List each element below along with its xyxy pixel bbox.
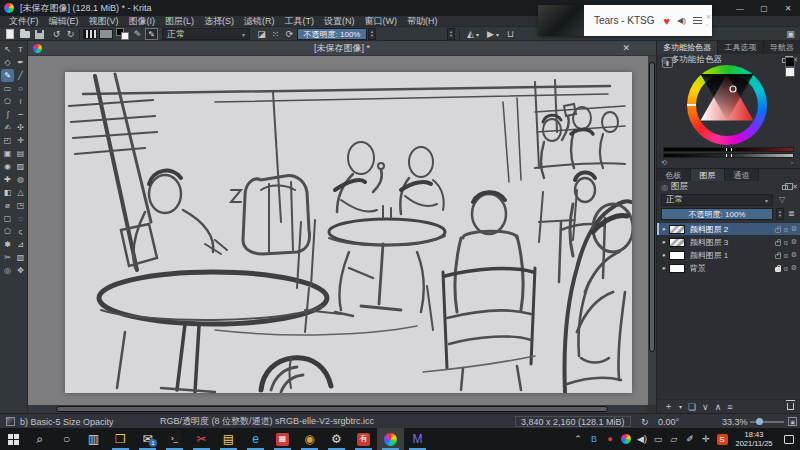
canvas-paper[interactable] <box>65 72 632 393</box>
tool-enclose-fill[interactable]: ◧ <box>1 186 14 199</box>
alpha-lock-icon[interactable]: α <box>784 239 788 246</box>
zoom-slider[interactable] <box>750 421 784 423</box>
layer-row-paint-2[interactable]: ● 颜料图层 2 α ⚙ <box>657 223 800 235</box>
menu-edit[interactable]: 编辑(E) <box>44 16 84 27</box>
brush-preset-status-icon[interactable] <box>6 417 15 426</box>
tool-text[interactable]: T <box>14 43 27 56</box>
tool-freehand-select[interactable]: ς <box>14 225 27 238</box>
workspace-chooser-button[interactable]: ▣ <box>784 28 797 40</box>
layer-row-paint-3[interactable]: ● 颜料图层 3 α ⚙ <box>657 236 800 248</box>
tool-move[interactable]: ✛ <box>14 134 27 147</box>
opacity-slider[interactable]: 不透明度: 100% <box>297 28 367 40</box>
tool-freehand-path[interactable]: ∼ <box>14 108 27 121</box>
tray-pen-icon[interactable]: ✐ <box>682 434 698 444</box>
zoom-value[interactable]: 33.3% <box>722 414 748 429</box>
rotation-value[interactable]: 0.00° <box>658 414 679 429</box>
canvas-hscrollbar[interactable] <box>28 405 646 413</box>
tool-color-picker[interactable]: ◉ <box>1 160 14 173</box>
value-gradient-bar[interactable] <box>663 147 794 152</box>
redo-button[interactable]: ↻ <box>64 28 77 40</box>
alpha-lock-icon[interactable]: α <box>784 265 788 272</box>
taskbar-clock[interactable]: 18:43 2021/11/25 <box>730 430 778 448</box>
tool-edit-shapes[interactable]: ◇ <box>1 56 14 69</box>
gradient-chooser[interactable] <box>83 28 97 40</box>
tray-expand-icon[interactable]: ⌃ <box>570 434 586 444</box>
fit-page-button[interactable]: ▣ <box>788 417 797 426</box>
undo-button[interactable]: ↺ <box>50 28 63 40</box>
layer-row-paint-1[interactable]: ● 颜料图层 1 α ⚙ <box>657 249 800 261</box>
lock-icon[interactable] <box>775 254 781 259</box>
docker-tab-tool-options[interactable]: 工具选项 <box>718 41 763 54</box>
taskbar-file-explorer[interactable]: ❒ <box>107 428 134 450</box>
tool-polygon[interactable]: ⬠ <box>1 95 14 108</box>
taskbar-red-app[interactable]: ▦ <box>269 428 296 450</box>
float-docker-icon[interactable] <box>782 185 788 190</box>
taskbar-coin-app[interactable]: ◉ <box>296 428 323 450</box>
tool-rect-select[interactable]: ▢ <box>1 212 14 225</box>
move-layer-down-button[interactable]: ∨ <box>702 402 709 412</box>
layer-filter-icon[interactable]: ▽ <box>779 195 785 204</box>
overlay-close-icon[interactable]: ✕ <box>706 14 711 20</box>
previous-color-swatch[interactable] <box>785 67 795 77</box>
tool-reference-images[interactable]: ◳ <box>14 199 27 212</box>
menu-file[interactable]: 文件(F) <box>4 16 44 27</box>
save-button[interactable] <box>33 28 46 40</box>
pattern-chooser[interactable] <box>99 28 113 40</box>
tool-fill-select[interactable]: ▧ <box>14 251 27 264</box>
selector-settings-icon[interactable]: ▫ <box>791 159 793 166</box>
overlay-expand-icon[interactable]: ▫ <box>706 22 711 28</box>
tool-dynamic-brush[interactable]: ✍ <box>1 121 14 134</box>
maximize-button[interactable]: ▢ <box>752 0 776 16</box>
canvas-vscrollbar[interactable] <box>648 56 656 405</box>
layer-settings-icon[interactable]: ⚙ <box>791 225 797 233</box>
menu-tools[interactable]: 工具(T) <box>280 16 320 27</box>
tool-zoom[interactable]: ◎ <box>1 264 14 277</box>
start-button[interactable] <box>0 428 26 450</box>
move-layer-up-button[interactable]: ∧ <box>715 402 722 412</box>
color-history-button[interactable]: ▮ <box>662 57 673 68</box>
tool-pattern-edit[interactable]: ▨ <box>14 160 27 173</box>
tray-move-icon[interactable]: ✛ <box>698 434 714 444</box>
lightness-gradient-bar[interactable] <box>663 153 794 158</box>
refresh-colors-icon[interactable]: ⟲ <box>661 159 667 167</box>
tool-polygon-select[interactable]: ⬠ <box>1 225 14 238</box>
taskbar-m-app[interactable]: M <box>404 428 431 450</box>
brush-preset-button[interactable]: ✎ <box>145 28 158 40</box>
brush-preset-status[interactable]: b) Basic-5 Size Opacity <box>20 417 114 427</box>
taskbar-youdao[interactable]: 有 <box>350 428 377 450</box>
layer-opacity-spinner[interactable]: ▲▼ <box>776 208 784 220</box>
eraser-mode-button[interactable]: ◪ <box>255 28 268 40</box>
visibility-eye-icon[interactable]: ● <box>662 226 666 232</box>
tool-bezier-select[interactable]: ✂ <box>1 251 14 264</box>
tool-similar-select[interactable]: ✱ <box>1 238 14 251</box>
add-layer-button[interactable]: ＋ <box>664 400 673 413</box>
layer-opacity-slider[interactable]: 不透明度: 100% <box>661 208 773 220</box>
mirror-caret-icon[interactable]: ▾ <box>476 28 479 40</box>
visibility-eye-icon[interactable]: ● <box>662 239 666 245</box>
playback-caret-icon[interactable]: ▾ <box>496 28 499 40</box>
menu-view[interactable]: 视图(V) <box>84 16 124 27</box>
choose-color-button[interactable]: ⁙ <box>269 28 282 40</box>
layer-blend-mode-dropdown[interactable]: 正常 ▾ <box>661 194 773 206</box>
tool-calligraphy[interactable]: ✒ <box>14 56 27 69</box>
add-layer-caret-icon[interactable]: ▾ <box>679 403 682 410</box>
reset-rotation-icon[interactable]: ↻ <box>641 414 649 429</box>
tool-freehand-brush[interactable]: ✎ <box>1 69 14 82</box>
menu-help[interactable]: 帮助(H) <box>402 16 443 27</box>
taskbar-mail[interactable]: ✉ 1 <box>134 428 161 450</box>
canvas-area[interactable] <box>28 56 656 405</box>
tool-transform[interactable]: ◰ <box>1 134 14 147</box>
subwindow-close-button[interactable]: ✕ <box>622 43 630 53</box>
close-button[interactable]: ✕ <box>776 0 800 16</box>
blend-mode-dropdown[interactable]: 正常 ▾ <box>162 28 250 40</box>
taskbar-settings[interactable]: ⚙ <box>323 428 350 450</box>
taskbar-terminal[interactable]: ›_ <box>161 428 188 450</box>
lock-icon[interactable] <box>775 241 781 246</box>
alpha-lock-icon[interactable]: α <box>784 252 788 259</box>
taskbar-krita[interactable] <box>377 428 404 450</box>
panel-tab-channels[interactable]: 通道 <box>725 169 759 181</box>
visibility-eye-icon[interactable]: ● <box>662 252 666 258</box>
speaker-icon[interactable]: ◀) <box>677 16 686 25</box>
tool-rectangle[interactable]: ▭ <box>1 82 14 95</box>
layer-settings-icon[interactable]: ⚙ <box>791 264 797 272</box>
